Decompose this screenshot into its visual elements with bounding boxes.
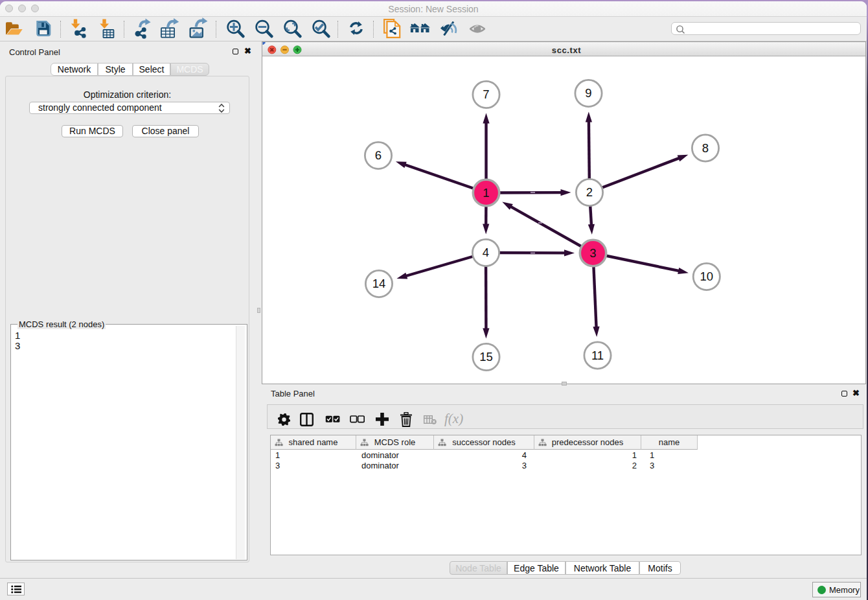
svg-text:10: 10 [700,270,714,283]
svg-text:1: 1 [483,186,489,200]
svg-text:4: 4 [483,246,489,259]
svg-text:8: 8 [702,141,709,155]
svg-text:7: 7 [483,87,489,101]
svg-text:14: 14 [372,277,386,290]
svg-text:9: 9 [585,86,591,100]
svg-text:6: 6 [375,148,382,162]
svg-text:3: 3 [589,246,596,260]
svg-text:15: 15 [479,350,493,363]
svg-text:2: 2 [586,185,593,199]
svg-text:11: 11 [591,349,604,362]
